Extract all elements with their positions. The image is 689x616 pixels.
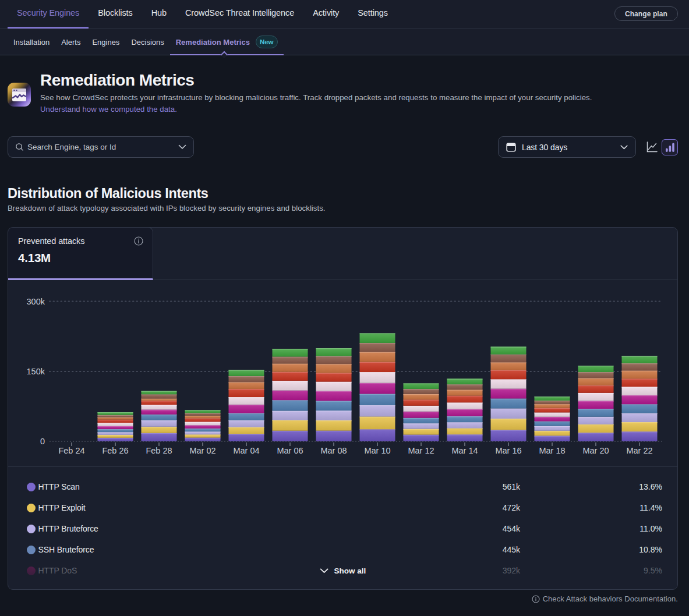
svg-text:Feb 24: Feb 24 [58,446,84,455]
svg-text:Mar 02: Mar 02 [189,446,215,455]
svg-text:300k: 300k [27,297,45,306]
svg-text:Mar 20: Mar 20 [582,446,609,455]
svg-text:Feb 26: Feb 26 [102,446,128,455]
svg-text:Mar 04: Mar 04 [233,446,259,455]
svg-text:Mar 06: Mar 06 [277,446,303,455]
svg-text:Mar 16: Mar 16 [495,446,521,455]
svg-text:Mar 10: Mar 10 [364,446,390,455]
svg-text:Mar 22: Mar 22 [626,446,652,455]
svg-text:Mar 12: Mar 12 [408,446,434,455]
svg-text:Mar 18: Mar 18 [539,446,565,455]
svg-text:150k: 150k [27,367,45,376]
svg-text:Mar 14: Mar 14 [451,446,478,455]
svg-text:0: 0 [40,437,45,446]
svg-text:Feb 28: Feb 28 [146,446,172,455]
svg-text:Mar 08: Mar 08 [320,446,347,455]
